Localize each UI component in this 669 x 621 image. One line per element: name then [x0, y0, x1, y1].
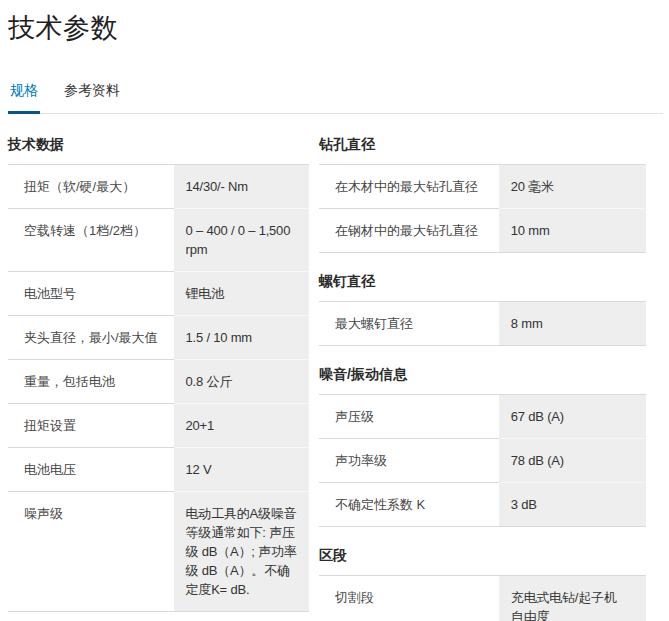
tab-bar: 规格 参考资料	[8, 76, 663, 114]
tab-specifications[interactable]: 规格	[8, 76, 40, 114]
table-technical-data: 扭矩（软/硬/最大） 14/30/- Nm 空载转速（1档/2档） 0 – 40…	[8, 164, 309, 612]
right-column: 钻孔直径 在木材中的最大钻孔直径 20 毫米 在钢材中的最大钻孔直径 10 mm…	[319, 128, 646, 621]
table-row: 重量，包括电池 0.8 公斤	[8, 359, 309, 403]
spec-label: 最大螺钉直径	[319, 301, 499, 345]
left-column: 技术数据 扭矩（软/硬/最大） 14/30/- Nm 空载转速（1档/2档） 0…	[8, 128, 309, 612]
spec-value: 20+1	[174, 403, 309, 447]
table-drilling-diameter: 在木材中的最大钻孔直径 20 毫米 在钢材中的最大钻孔直径 10 mm	[319, 164, 646, 253]
spec-value: 电动工具的A级噪音等级通常如下: 声压级 dB（A）; 声功率级 dB（A）。不…	[174, 491, 309, 611]
spec-value: 0.8 公斤	[174, 359, 309, 403]
spec-label: 扭矩设置	[8, 403, 174, 447]
table-row: 扭矩（软/硬/最大） 14/30/- Nm	[8, 164, 309, 208]
section-title-screw-diameter: 螺钉直径	[319, 253, 646, 301]
spec-label: 在木材中的最大钻孔直径	[319, 164, 499, 208]
spec-label: 电池电压	[8, 447, 174, 491]
spec-label: 夹头直径，最小/最大值	[8, 315, 174, 359]
spec-value: 14/30/- Nm	[174, 164, 309, 208]
table-row: 噪声级 电动工具的A级噪音等级通常如下: 声压级 dB（A）; 声功率级 dB（…	[8, 491, 309, 611]
spec-label: 电池型号	[8, 271, 174, 315]
spec-value: 3 dB	[499, 482, 646, 526]
spec-value: 67 dB (A)	[499, 394, 646, 438]
spec-value: 充电式电钻/起子机 自由度	[499, 575, 646, 621]
table-row: 声功率级 78 dB (A)	[319, 438, 646, 482]
spec-label: 切割段	[319, 575, 499, 621]
spec-label: 声功率级	[319, 438, 499, 482]
section-title-noise-vibration: 噪音/振动信息	[319, 346, 646, 394]
spec-value: 20 毫米	[499, 164, 646, 208]
spec-value: 0 – 400 / 0 – 1,500 rpm	[174, 208, 309, 271]
specs-content: 技术数据 扭矩（软/硬/最大） 14/30/- Nm 空载转速（1档/2档） 0…	[8, 128, 663, 621]
spec-label: 重量，包括电池	[8, 359, 174, 403]
table-row: 电池电压 12 V	[8, 447, 309, 491]
page-title: 技术参数	[8, 6, 663, 46]
section-title-segments: 区段	[319, 527, 646, 575]
specs-page: 技术参数 规格 参考资料 技术数据 扭矩（软/硬/最大） 14/30/- Nm …	[0, 0, 669, 621]
spec-value: 78 dB (A)	[499, 438, 646, 482]
table-row: 声压级 67 dB (A)	[319, 394, 646, 438]
table-noise-vibration: 声压级 67 dB (A) 声功率级 78 dB (A) 不确定性系数 K 3 …	[319, 394, 646, 527]
spec-value: 10 mm	[499, 208, 646, 252]
spec-label: 空载转速（1档/2档）	[8, 208, 174, 271]
spec-value: 1.5 / 10 mm	[174, 315, 309, 359]
table-row: 最大螺钉直径 8 mm	[319, 301, 646, 345]
table-row: 扭矩设置 20+1	[8, 403, 309, 447]
table-screw-diameter: 最大螺钉直径 8 mm	[319, 301, 646, 346]
table-row: 切割段 充电式电钻/起子机 自由度	[319, 575, 646, 621]
spec-label: 声压级	[319, 394, 499, 438]
spec-label: 噪声级	[8, 491, 174, 611]
section-title-drilling-diameter: 钻孔直径	[319, 128, 646, 164]
section-title-technical-data: 技术数据	[8, 128, 309, 164]
tab-reference[interactable]: 参考资料	[62, 76, 122, 114]
table-row: 在木材中的最大钻孔直径 20 毫米	[319, 164, 646, 208]
table-row: 电池型号 锂电池	[8, 271, 309, 315]
spec-value: 12 V	[174, 447, 309, 491]
table-segments: 切割段 充电式电钻/起子机 自由度 邮件部分 木材 金属	[319, 575, 646, 621]
spec-label: 不确定性系数 K	[319, 482, 499, 526]
table-row: 空载转速（1档/2档） 0 – 400 / 0 – 1,500 rpm	[8, 208, 309, 271]
spec-value: 锂电池	[174, 271, 309, 315]
table-row: 夹头直径，最小/最大值 1.5 / 10 mm	[8, 315, 309, 359]
spec-label: 在钢材中的最大钻孔直径	[319, 208, 499, 252]
spec-value: 8 mm	[499, 301, 646, 345]
table-row: 不确定性系数 K 3 dB	[319, 482, 646, 526]
table-row: 在钢材中的最大钻孔直径 10 mm	[319, 208, 646, 252]
spec-label: 扭矩（软/硬/最大）	[8, 164, 174, 208]
